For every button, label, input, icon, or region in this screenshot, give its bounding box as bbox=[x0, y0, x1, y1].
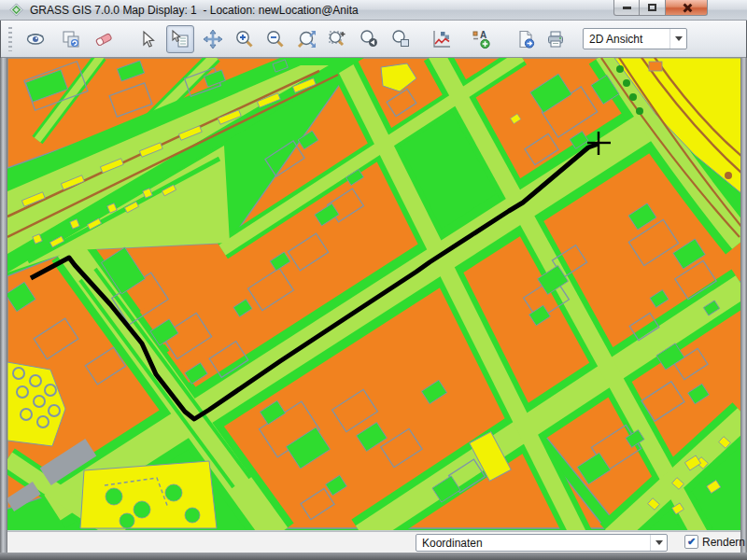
grass-map-display-window: GRASS GIS 7.0.0 Map Display: 1 - Locatio… bbox=[0, 0, 747, 560]
checkmark-icon: ✔ bbox=[687, 537, 696, 547]
view-mode-value: 2D Ansicht bbox=[584, 33, 669, 46]
grass-gis-logo-icon bbox=[9, 3, 23, 17]
query-icon bbox=[170, 29, 190, 49]
zoom-extent-icon bbox=[296, 29, 317, 49]
add-overlay-button[interactable]: A bbox=[467, 25, 495, 53]
zoom-back-button[interactable] bbox=[355, 25, 383, 53]
render-label: Rendern bbox=[702, 536, 745, 549]
view-mode-select[interactable]: 2D Ansicht bbox=[583, 28, 687, 49]
svg-text:A: A bbox=[480, 30, 486, 40]
analyze-icon bbox=[431, 29, 452, 49]
erase-display-button[interactable] bbox=[90, 25, 118, 53]
render-map-button[interactable] bbox=[57, 25, 85, 53]
chevron-down-icon bbox=[675, 36, 683, 41]
view-mode-dropdown-arrow[interactable] bbox=[669, 29, 686, 49]
pan-icon bbox=[203, 29, 223, 49]
statusbar-mode-select[interactable]: Koordinaten bbox=[416, 534, 668, 552]
zoom-region-icon bbox=[390, 29, 411, 49]
zoom-box-icon bbox=[327, 29, 347, 49]
close-button[interactable] bbox=[666, 0, 708, 16]
zoom-in-button[interactable] bbox=[231, 25, 259, 53]
print-button[interactable] bbox=[542, 25, 570, 53]
zoom-out-button[interactable] bbox=[261, 25, 289, 53]
render-toggle[interactable]: ✔ Rendern bbox=[684, 535, 745, 549]
chevron-down-icon bbox=[655, 540, 663, 545]
window-border-right bbox=[740, 58, 747, 553]
map-toolbar: A 2D Ansicht bbox=[1, 21, 746, 58]
window-border-bottom bbox=[0, 553, 747, 560]
query-button[interactable] bbox=[166, 25, 194, 53]
zoom-in-icon bbox=[234, 29, 255, 49]
display-map-button[interactable] bbox=[21, 25, 49, 53]
add-overlay-icon: A bbox=[471, 29, 491, 49]
display-map-icon bbox=[25, 29, 46, 49]
window-border-left bbox=[0, 58, 7, 553]
titlebar[interactable]: GRASS GIS 7.0.0 Map Display: 1 - Locatio… bbox=[0, 0, 747, 21]
pointer-button[interactable] bbox=[134, 25, 162, 53]
statusbar: Koordinaten ✔ Rendern bbox=[7, 531, 740, 553]
statusbar-mode-dropdown-arrow[interactable] bbox=[650, 535, 667, 551]
save-display-button[interactable] bbox=[512, 25, 540, 53]
statusbar-mode-value: Koordinaten bbox=[416, 537, 650, 550]
render-map-icon bbox=[61, 29, 81, 49]
close-icon bbox=[682, 3, 692, 13]
window-controls bbox=[613, 0, 708, 16]
minimize-icon bbox=[623, 7, 631, 9]
pointer-icon bbox=[138, 29, 159, 49]
toolbar-grip[interactable] bbox=[8, 27, 12, 51]
map-rendering bbox=[7, 58, 740, 530]
tree-park bbox=[80, 461, 217, 528]
window-title: GRASS GIS 7.0.0 Map Display: 1 - Locatio… bbox=[30, 4, 359, 17]
minimize-button[interactable] bbox=[613, 0, 640, 16]
zoom-box-button[interactable] bbox=[323, 25, 351, 53]
map-canvas[interactable] bbox=[7, 58, 740, 530]
erase-display-icon bbox=[93, 29, 114, 49]
maximize-button[interactable] bbox=[640, 0, 666, 16]
zoom-region-button[interactable] bbox=[387, 25, 415, 53]
zoom-extent-button[interactable] bbox=[292, 25, 320, 53]
render-checkbox[interactable]: ✔ bbox=[684, 535, 698, 549]
save-display-icon bbox=[515, 29, 536, 49]
maximize-icon bbox=[648, 4, 656, 11]
analyze-button[interactable] bbox=[428, 25, 456, 53]
zoom-back-icon bbox=[359, 29, 379, 49]
zoom-out-icon bbox=[265, 29, 286, 49]
pan-button[interactable] bbox=[199, 25, 227, 53]
print-icon bbox=[545, 29, 566, 49]
